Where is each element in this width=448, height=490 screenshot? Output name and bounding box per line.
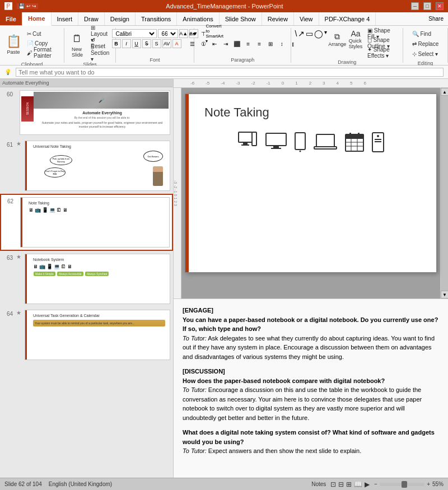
strikethrough-button[interactable]: S̶ — [142, 39, 151, 48]
window-title: Advanced_TimeManagement - PowerPoint — [38, 3, 411, 10]
slide-63-tags: Make it Simple Always Accessible Always … — [33, 271, 165, 277]
tab-transitions[interactable]: Transitions — [136, 12, 177, 25]
digital-question: What does a digital note taking system c… — [183, 428, 439, 446]
tab-design[interactable]: Design — [105, 12, 136, 25]
line-spacing-button[interactable]: ↕ — [277, 39, 287, 48]
ruler: -6 -5 -4 -3 -2 -1 0 1 2 3 4 5 6 — [174, 79, 448, 88]
scroll-up-button[interactable]: ▲ — [441, 88, 448, 96]
tab-pdfxchange[interactable]: PDF-XChange 4 — [319, 12, 376, 25]
align-center-button[interactable]: ≡ — [243, 39, 253, 48]
justify-button[interactable]: ⊞ — [265, 39, 276, 48]
engage-tutor-note: To Tutor: Ask delegates to see what they… — [183, 334, 439, 362]
align-left-button[interactable]: ⬛ — [232, 39, 242, 48]
text-direction-button[interactable]: ≡▾ — [187, 29, 197, 38]
device-desktop: 🖥 — [29, 207, 34, 213]
shape-more[interactable]: ▾ — [324, 29, 327, 57]
font-color-button[interactable]: A — [172, 39, 181, 48]
outline-view-button[interactable]: ⊟ — [338, 480, 344, 488]
slide-number-63: 63 — [3, 254, 13, 261]
discussion-bracket: [DISCUSSION] — [183, 367, 439, 376]
font-name-select[interactable]: Calibri — [112, 29, 157, 38]
quick-access: 💾 ↩ ↪ — [17, 3, 38, 9]
font-size-select[interactable]: 66 — [158, 29, 178, 38]
reading-view-button[interactable]: 📖 — [354, 480, 362, 488]
increase-indent-button[interactable]: ⇥ — [221, 39, 231, 48]
copy-icon: 📄 — [27, 40, 34, 46]
bold-button[interactable]: B — [112, 39, 121, 48]
slide-61-accent — [25, 141, 27, 190]
zoom-in-button[interactable]: + — [427, 481, 430, 487]
slide-canvas[interactable]: Note Taking — [185, 94, 437, 273]
decrease-indent-button[interactable]: ⇤ — [209, 39, 220, 48]
arrange-button[interactable]: ⧉ Arrange — [328, 29, 346, 49]
slide-sorter-button[interactable]: ⊞ — [346, 480, 352, 488]
arrange-icon: ⧉ — [334, 32, 340, 41]
number-list-button[interactable]: ① — [198, 39, 208, 48]
zoom-thumb[interactable] — [402, 481, 407, 488]
bullet-button[interactable]: ☰ — [187, 39, 197, 48]
lightbulb-icon: 💡 — [4, 69, 11, 75]
tab-view[interactable]: View — [294, 12, 319, 25]
slide-64-title: Universal Task Generation & Calendar — [33, 314, 165, 318]
char-spacing-button[interactable]: AV — [162, 39, 171, 48]
quick-styles-button[interactable]: Aa QuickStyles — [347, 29, 364, 49]
italic-button[interactable]: I — [122, 39, 131, 48]
notes-question-section: What does a digital note taking system c… — [183, 428, 439, 456]
paste-button[interactable]: 📋 Paste — [3, 29, 24, 59]
normal-view-button[interactable]: ⊡ — [330, 480, 336, 488]
slide-item-62[interactable]: 62 Note Taking 🖥 📺 📱 💻 🗓 🖥 — [0, 194, 173, 251]
slide-item-61[interactable]: 61 ★ Universal Note Taking Get flowers P… — [0, 138, 173, 194]
close-button[interactable]: ✕ — [436, 2, 444, 10]
notes-area[interactable]: [ENGAGE] You can have a paper-based note… — [174, 298, 448, 478]
section-button[interactable]: § Section ▾ — [88, 48, 113, 57]
tab-file[interactable]: File — [0, 12, 22, 25]
title-bar-left: 🅿 💾 ↩ ↪ — [4, 2, 38, 11]
device-tower: 🖥 — [63, 207, 68, 213]
replace-button[interactable]: ⇄ Replace — [410, 39, 441, 48]
clipboard-col: ✂ Cut 📄 Copy 🖌 Format Painter — [25, 29, 60, 57]
shadow-button[interactable]: S — [152, 39, 161, 48]
align-right-button[interactable]: ≡ — [254, 39, 264, 48]
notes-button[interactable]: Notes — [311, 481, 326, 487]
scroll-down-button[interactable]: ▼ — [441, 291, 448, 298]
slide-item-64[interactable]: 64 ★ Universal Task Generation & Calenda… — [0, 307, 173, 363]
cut-button[interactable]: ✂ Cut — [25, 29, 60, 38]
format-painter-button[interactable]: 🖌 Format Painter — [25, 48, 60, 57]
scroll-track[interactable] — [441, 96, 448, 291]
tab-home[interactable]: Home — [22, 12, 52, 26]
zoom-slider[interactable] — [380, 483, 424, 486]
tell-me-input[interactable] — [16, 68, 444, 77]
underline-button[interactable]: U — [132, 39, 141, 48]
slideshow-button[interactable]: ▶ — [365, 480, 370, 488]
view-buttons: ⊡ ⊟ ⊞ 📖 ▶ — [330, 480, 370, 488]
select-button[interactable]: ⊹ Select ▾ — [410, 49, 440, 58]
tab-review[interactable]: Review — [262, 12, 294, 25]
new-slide-button[interactable]: 🗒 NewSlide — [67, 29, 87, 59]
shape-oval[interactable]: ◯ — [314, 29, 323, 57]
find-button[interactable]: 🔍 Find — [410, 29, 433, 38]
share-button[interactable]: Share — [424, 12, 448, 25]
slide-64-scroll-text: Your system must be able to remind you o… — [35, 321, 164, 325]
shape-effects-button[interactable]: ✦ Shape Effects ▾ — [365, 48, 399, 57]
slide-item-63[interactable]: 63 ★ Notebook System 🖥 📺 📱 💻 🗓 🖥 Mak — [0, 251, 173, 307]
zoom-out-button[interactable]: − — [374, 481, 377, 487]
shape-rect[interactable]: ▭ — [306, 29, 313, 57]
paragraph-group: ≡▾ ⊤ Convert to SmartArt ▾ ☰ ① ⇤ ⇥ ⬛ ≡ ≡… — [194, 28, 291, 63]
minimize-button[interactable]: ─ — [411, 2, 419, 10]
tab-insert[interactable]: Insert — [52, 12, 79, 25]
increase-font-button[interactable]: A▲ — [179, 29, 188, 38]
shape-line[interactable]: \ — [295, 29, 297, 57]
vertical-scrollbar[interactable]: ▲ ▼ — [440, 88, 448, 298]
slide-64-accent — [25, 310, 27, 360]
slide-63-title: Notebook System — [33, 258, 165, 262]
tab-draw[interactable]: Draw — [78, 12, 105, 25]
maximize-button[interactable]: □ — [423, 2, 431, 10]
convert-smartart-button[interactable]: Convert to SmartArt ▾ — [209, 29, 220, 38]
tab-slideshow[interactable]: Slide Show — [220, 12, 262, 25]
slide-item-60[interactable]: 60 SESSION 🎤 Automate Everything By the … — [0, 87, 173, 138]
slides-group: 🗒 NewSlide ⊞ Layout ▾ ↺ Reset § Section … — [64, 28, 116, 63]
slide-main-title[interactable]: Note Taking — [204, 105, 425, 120]
shape-arrow[interactable]: ↗ — [298, 29, 305, 57]
slide-62-devices: 🖥 📺 📱 💻 🗓 🖥 — [29, 207, 165, 213]
svg-rect-3 — [252, 132, 256, 146]
